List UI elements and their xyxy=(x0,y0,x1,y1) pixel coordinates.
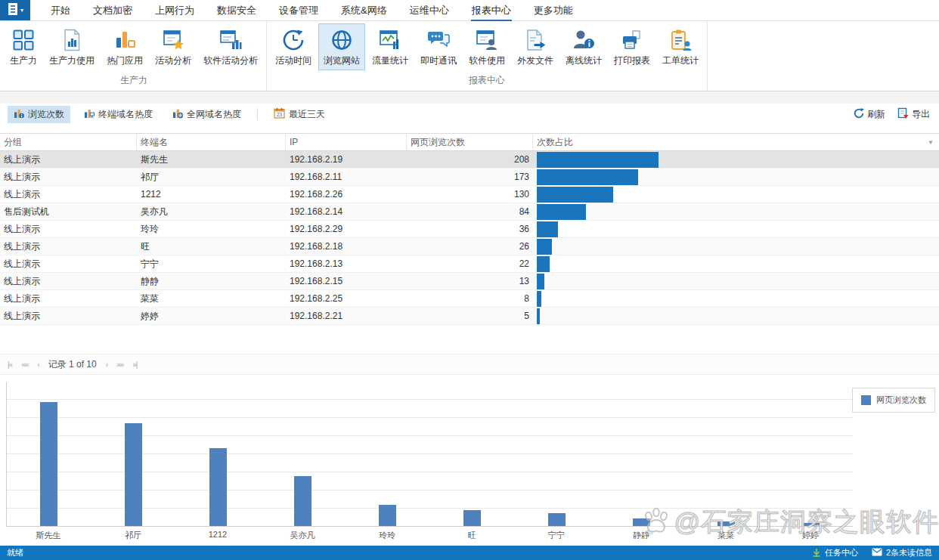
table-row[interactable]: 线上演示1212192.168.2.26130 xyxy=(0,186,939,203)
unread-messages-label: 2条未读信息 xyxy=(886,547,932,558)
cell-ratio xyxy=(533,290,939,307)
chart-x-label: 婷婷 xyxy=(768,530,853,541)
ribbon-item-clipboard-user[interactable]: 工单统计 xyxy=(657,23,704,70)
clipboard-user-icon xyxy=(668,28,693,52)
menu-tab-2[interactable]: 文档加密 xyxy=(82,0,144,20)
column-header-label: 网页浏览次数 xyxy=(411,136,465,149)
ribbon-item-window-bars[interactable]: <22 x="0"/>软件活动分析 xyxy=(198,23,263,70)
mail-icon xyxy=(872,548,882,558)
ribbon-item-doc-bars[interactable]: 生产力使用 xyxy=(44,23,100,70)
table-row[interactable]: 线上演示斯先生192.168.2.19208 xyxy=(0,151,939,169)
bar-chart: 斯先生祁厅1212吴亦凡玲玲旺宁宁静静菜菜婷婷 网页浏览次数 du @石家庄洞察… xyxy=(0,375,939,546)
ribbon-item-user-info[interactable]: 离线统计 xyxy=(560,23,607,70)
table-row[interactable]: 线上演示宁宁192.168.2.1322 xyxy=(0,255,939,273)
app-menu-button[interactable]: ▾ xyxy=(0,0,30,20)
table-row[interactable]: 线上演示祁厅192.168.2.11173 xyxy=(0,169,939,186)
menu-tab-9[interactable]: 更多功能 xyxy=(522,0,584,20)
ribbon-item-chat[interactable]: 即时通讯 xyxy=(415,23,462,70)
cell-group: 线上演示 xyxy=(0,273,137,289)
menu-tab-label: 更多功能 xyxy=(533,0,574,21)
ribbon-item-doc-arrow[interactable]: 外发文件 xyxy=(512,23,559,70)
menu-tab-1[interactable]: 开始 xyxy=(39,0,82,20)
last-page-icon[interactable]: »| xyxy=(132,360,137,369)
cell-terminal-name: 1212 xyxy=(137,186,286,203)
export-button[interactable]: 导出 xyxy=(897,107,930,121)
subtab-bars-info[interactable]: 浏览次数 xyxy=(8,106,70,123)
ribbon: 生产力生产力使用热门应用活动分析<22 x="0"/>软件活动分析生产力活动时间… xyxy=(0,21,939,91)
column-header-5[interactable]: 次数占比▼ xyxy=(533,134,939,150)
ribbon-item-grid[interactable]: 生产力 xyxy=(5,23,42,70)
cell-terminal-name: 婷婷 xyxy=(137,308,286,324)
ratio-bar xyxy=(537,274,544,289)
refresh-button[interactable]: 刷新 xyxy=(854,108,885,121)
chart-bar-slot xyxy=(261,476,346,526)
fast-prev-icon[interactable]: «« xyxy=(21,360,28,369)
subtab-calendar[interactable]: 23最近三天 xyxy=(268,105,331,123)
ribbon-item-globe[interactable]: 浏览网站 xyxy=(318,23,365,70)
table-row[interactable]: 线上演示菜菜192.168.2.258 xyxy=(0,290,939,308)
menu-tab-4[interactable]: 数据安全 xyxy=(206,0,268,20)
download-icon xyxy=(812,548,821,558)
ribbon-item-clock[interactable]: 活动时间 xyxy=(270,23,317,70)
bars-net-icon xyxy=(172,108,183,121)
ribbon-item-traffic-chart[interactable]: 流量统计 xyxy=(367,23,414,70)
column-header-label: 分组 xyxy=(4,136,22,149)
menu-tab-3[interactable]: 上网行为 xyxy=(144,0,206,20)
cell-ip: 192.168.2.11 xyxy=(286,169,407,185)
column-header-label: 次数占比 xyxy=(537,136,573,149)
cell-group: 线上演示 xyxy=(0,238,137,255)
ribbon-group: 活动时间浏览网站流量统计即时通讯软件使用外发文件离线统计打印报表工单统计报表中心 xyxy=(267,21,708,91)
task-center-button[interactable]: 任务中心 xyxy=(812,547,858,558)
ribbon-item-label: 热门应用 xyxy=(107,54,143,67)
export-icon xyxy=(897,107,909,121)
filter-icon[interactable]: ▼ xyxy=(928,139,934,146)
ribbon-item-window-user[interactable]: 软件使用 xyxy=(463,23,510,70)
ribbon-item-label: 外发文件 xyxy=(517,54,553,67)
fast-next-icon[interactable]: »» xyxy=(116,360,123,369)
table-row[interactable]: 线上演示旺192.168.2.1826 xyxy=(0,238,939,255)
subtab-bars-net[interactable]: 全网域名热度 xyxy=(166,106,247,123)
menu-tab-8[interactable]: 报表中心 xyxy=(460,0,522,20)
ribbon-item-doc-star[interactable]: 活动分析 xyxy=(150,23,197,70)
table-row[interactable]: 售后测试机吴亦凡192.168.2.1484 xyxy=(0,203,939,221)
column-header-label: IP xyxy=(290,137,298,147)
column-header-4[interactable]: 网页浏览次数 xyxy=(407,134,533,150)
pagination-label: 记录 1 of 10 xyxy=(48,358,97,371)
menu-tab-6[interactable]: 系统&网络 xyxy=(330,0,398,20)
prev-page-icon[interactable]: ‹ xyxy=(37,360,39,369)
legend-swatch xyxy=(861,395,871,405)
chat-icon xyxy=(426,28,451,52)
cell-ratio xyxy=(533,169,939,185)
ribbon-item-printer[interactable]: 打印报表 xyxy=(609,23,655,70)
doc-arrow-icon xyxy=(523,28,547,52)
menu-tab-5[interactable]: 设备管理 xyxy=(268,0,330,20)
grid-icon xyxy=(11,28,36,52)
cell-group: 售后测试机 xyxy=(0,203,137,220)
menu-tab-7[interactable]: 运维中心 xyxy=(398,0,460,20)
cell-ratio xyxy=(533,238,939,255)
calendar-icon: 23 xyxy=(274,107,285,121)
ribbon-item-label: 活动分析 xyxy=(155,54,191,67)
column-header-3[interactable]: IP xyxy=(286,134,407,150)
ratio-bar xyxy=(537,187,613,203)
menu-tab-label: 开始 xyxy=(50,0,71,21)
clock-icon xyxy=(281,28,305,52)
first-page-icon[interactable]: |« xyxy=(8,360,12,369)
chart-x-label: 吴亦凡 xyxy=(260,530,345,541)
cell-ratio xyxy=(533,221,939,237)
cell-ratio xyxy=(533,255,939,272)
subtab-bars-terminal[interactable]: 终端域名热度 xyxy=(78,106,159,123)
unread-messages-button[interactable]: 2条未读信息 xyxy=(872,547,932,558)
next-page-icon[interactable]: › xyxy=(106,360,107,369)
chart-bar xyxy=(294,476,311,526)
table-row[interactable]: 线上演示玲玲192.168.2.2936 xyxy=(0,221,939,238)
subtab-separator xyxy=(257,108,258,120)
toolbar-actions: 刷新导出 xyxy=(854,107,930,121)
ribbon-item-hot-apps[interactable]: 热门应用 xyxy=(101,23,148,70)
table-row[interactable]: 线上演示静静192.168.2.1513 xyxy=(0,273,939,290)
subtab-label: 最近三天 xyxy=(289,108,325,121)
column-header-1[interactable]: 分组 xyxy=(0,134,137,150)
column-header-2[interactable]: 终端名 xyxy=(137,134,286,150)
ribbon-item-label: 生产力使用 xyxy=(49,54,95,67)
table-row[interactable]: 线上演示婷婷192.168.2.215 xyxy=(0,308,939,325)
